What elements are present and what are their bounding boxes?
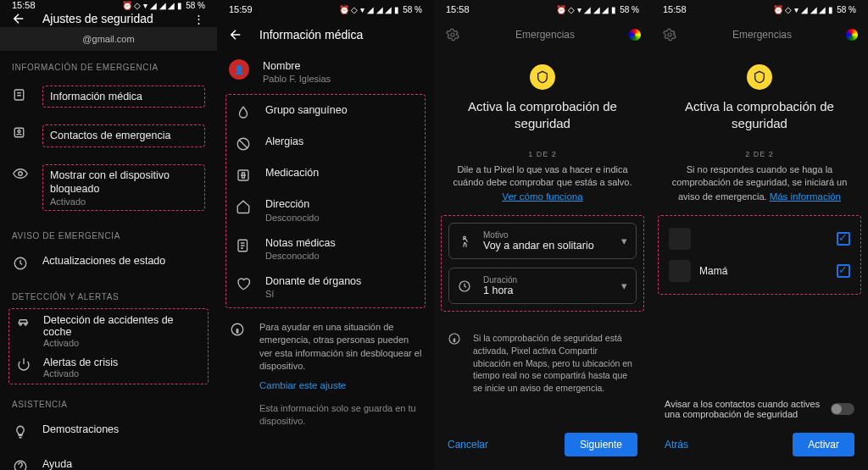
duration-dropdown[interactable]: Duración 1 hora ▾	[448, 268, 637, 304]
clock-icon	[12, 255, 29, 272]
toggle-label: Avisar a los contactos cuando actives un…	[665, 399, 822, 419]
status-icons: ⏰ ◇ ▾ ◢ ◢ ◢ ▮58 %	[122, 1, 205, 10]
shield-icon	[747, 64, 772, 90]
blood-icon	[235, 104, 252, 121]
power-icon	[16, 357, 33, 373]
row-label: Alertas de crisis	[43, 357, 118, 368]
page-title: Ajustes de seguridad	[42, 12, 175, 25]
onboarding-title: Activa la comprobación de seguridad	[651, 98, 868, 131]
chevron-down-icon: ▾	[621, 279, 627, 292]
page-title: Emergencias	[461, 29, 629, 41]
gear-icon[interactable]	[444, 26, 461, 43]
row-label: Alergias	[265, 135, 416, 148]
clock-icon	[458, 279, 473, 293]
assistant-icon[interactable]	[629, 29, 641, 41]
gear-icon[interactable]	[661, 26, 678, 43]
contact-item[interactable]: Mamá	[665, 255, 854, 287]
svg-point-5	[19, 323, 21, 325]
contact-item[interactable]	[665, 223, 854, 255]
row-medication[interactable]: Medicación	[231, 159, 420, 191]
row-sublabel: Activado	[43, 338, 201, 348]
field-value: 1 hora	[483, 285, 611, 296]
avatar: 👤	[229, 59, 249, 80]
row-demos[interactable]: Demostraciones	[0, 414, 217, 449]
home-icon	[235, 198, 252, 215]
svg-rect-0	[14, 90, 24, 100]
walk-icon	[458, 235, 473, 248]
button-row: Atrás Activar	[651, 424, 868, 465]
app-bar: Ajustes de seguridad ⋮	[0, 10, 217, 27]
row-allergies[interactable]: Alergias	[231, 128, 420, 159]
app-bar: Información médica	[217, 19, 434, 51]
learn-more-link[interactable]: Ver cómo funciona	[502, 191, 582, 202]
field-label: Duración	[483, 275, 611, 285]
assistant-icon[interactable]	[846, 29, 858, 41]
row-info-note: Para ayudar en una situación de emergenc…	[217, 312, 434, 436]
row-label: Información médica	[50, 90, 198, 103]
info-text: Si la comprobación de seguridad está act…	[473, 332, 637, 394]
change-setting-link[interactable]: Cambiar este ajuste	[259, 380, 422, 390]
back-button[interactable]: Atrás	[665, 439, 688, 451]
overflow-icon[interactable]: ⋮	[190, 10, 207, 27]
row-status-updates[interactable]: Actualizaciones de estado	[0, 246, 217, 280]
cancel-button[interactable]: Cancelar	[448, 439, 488, 451]
row-label: Medicación	[265, 166, 416, 180]
bulb-icon	[12, 423, 29, 440]
field-value: Voy a andar en solitario	[483, 240, 611, 252]
svg-point-6	[25, 323, 26, 325]
avatar	[669, 228, 691, 250]
section-header-emerg-alert: AVISO DE EMERGENCIA	[0, 219, 217, 246]
account-row[interactable]: @gmail.com	[0, 27, 217, 51]
status-icons: ⏰ ◇ ▾ ◢ ◢ ◢ ▮58 %	[339, 5, 422, 14]
pane-safety-check-step2: 15:58 ⏰ ◇ ▾ ◢ ◢ ◢ ▮58 % Emergencias Acti…	[651, 0, 868, 470]
section-header-emerg-info: INFORMACIÓN DE EMERGENCIA	[0, 51, 217, 77]
car-crash-icon	[16, 314, 33, 331]
row-emergency-contacts[interactable]: Contactos de emergencia	[0, 116, 217, 155]
row-crash-detection[interactable]: Detección de accidentes de coche Activad…	[16, 314, 201, 348]
row-label: Actualizaciones de estado	[42, 254, 205, 268]
row-notes[interactable]: Notas médicas Desconocido	[231, 229, 420, 268]
page-title: Información médica	[259, 28, 424, 41]
info-note: Si la comprobación de seguridad está act…	[434, 323, 651, 402]
no-icon	[235, 135, 252, 152]
hint-text: Si no respondes cuando se haga la compro…	[651, 158, 868, 203]
row-sublabel: Desconocido	[265, 213, 416, 223]
row-label: Ayuda	[42, 457, 205, 470]
info-icon	[448, 332, 463, 394]
hint-text: Dile a tu Pixel lo que vas a hacer e ind…	[434, 158, 651, 203]
svg-point-3	[19, 171, 23, 175]
row-blood-group[interactable]: Grupo sanguíneo	[231, 97, 420, 128]
svg-point-2	[18, 130, 20, 133]
row-donor[interactable]: Donante de órganos Sí	[231, 268, 420, 306]
info-text: Para ayudar en una situación de emergenc…	[259, 321, 422, 373]
pane-safety-check-step1: 15:58 ⏰ ◇ ▾ ◢ ◢ ◢ ▮58 % Emergencias Acti…	[434, 0, 651, 470]
reason-dropdown[interactable]: Motivo Voy a andar en solitario ▾	[448, 223, 637, 259]
learn-more-link[interactable]: Más información	[770, 191, 841, 202]
row-address[interactable]: Dirección Desconocido	[231, 191, 420, 229]
avatar	[669, 260, 691, 282]
back-icon[interactable]	[227, 26, 244, 43]
row-sublabel: Activado	[50, 196, 198, 207]
row-crisis-alerts[interactable]: Alertas de crisis Activado	[16, 357, 201, 379]
chevron-down-icon: ▾	[621, 235, 627, 247]
toggle-off[interactable]	[831, 403, 854, 415]
row-sublabel: Desconocido	[265, 251, 416, 261]
row-show-locked[interactable]: Mostrar con el dispositivo bloqueado Act…	[0, 156, 217, 220]
info-icon	[229, 321, 246, 338]
svg-point-12	[451, 33, 454, 36]
onboarding-title: Activa la comprobación de seguridad	[434, 98, 651, 131]
pane-security-settings: 15:58 ⏰ ◇ ▾ ◢ ◢ ◢ ▮58 % Ajustes de segur…	[0, 0, 217, 470]
back-icon[interactable]	[10, 10, 27, 27]
checkbox-checked[interactable]	[837, 232, 850, 246]
row-label: Mostrar con el dispositivo bloqueado	[50, 169, 198, 196]
footer-note: Esta información solo se guarda en tu di…	[259, 402, 422, 429]
row-medical-info[interactable]: Información médica	[0, 77, 217, 116]
row-name[interactable]: 👤 Nombre Pablo F. Iglesias	[217, 51, 434, 92]
next-button[interactable]: Siguiente	[565, 433, 637, 456]
activate-button[interactable]: Activar	[793, 433, 854, 456]
checkbox-checked[interactable]	[837, 264, 850, 278]
status-icons: ⏰ ◇ ▾ ◢ ◢ ◢ ▮58 %	[556, 5, 639, 14]
row-help[interactable]: Ayuda	[0, 449, 217, 470]
button-row: Cancelar Siguiente	[434, 424, 651, 465]
section-header-detect: DETECCIÓN Y ALERTAS	[0, 280, 217, 307]
